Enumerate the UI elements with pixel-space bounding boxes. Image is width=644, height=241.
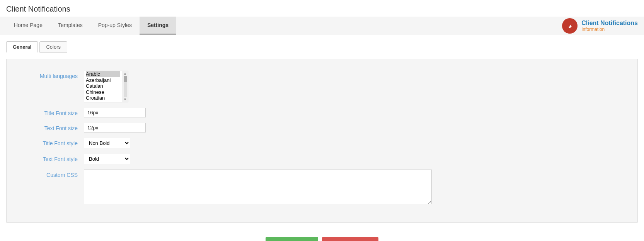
brand-sub: Information — [581, 27, 638, 32]
label-title-font-size: Title Font size — [22, 108, 84, 116]
brand-logo: 𝓈 — [562, 18, 578, 34]
form-control-text-size — [84, 123, 277, 132]
form-row-multi-lang: Multi languages ArabicAzerbaijaniCatalan… — [22, 71, 622, 102]
cancel-button[interactable]: Cancel Go Back — [322, 237, 378, 241]
form-row-custom-css: Custom CSS — [22, 170, 622, 205]
title-font-size-input[interactable] — [84, 108, 146, 117]
form-control-title-style: Non BoldBold — [84, 138, 277, 148]
content-area: GeneralColors Multi languages ArabicAzer… — [0, 35, 644, 229]
form-control-text-style: BoldNon Bold — [84, 154, 277, 164]
form-row-text-font-size: Text Font size — [22, 123, 622, 132]
form-row-text-font-style: Text Font style BoldNon Bold — [22, 154, 622, 164]
brand-logo-text: 𝓈 — [569, 22, 571, 30]
sub-tab-colors[interactable]: Colors — [39, 41, 67, 53]
form-row-title-font-size: Title Font size — [22, 108, 622, 117]
nav-tab-settings[interactable]: Settings — [140, 17, 176, 35]
label-text-font-style: Text Font style — [22, 154, 84, 162]
page-title: Client Notifications — [0, 0, 644, 17]
text-font-size-input[interactable] — [84, 123, 146, 132]
footer-buttons: Save Changes Cancel Go Back — [0, 229, 644, 241]
text-font-style-select[interactable]: BoldNon Bold — [84, 154, 130, 164]
nav-tab-home[interactable]: Home Page — [6, 17, 50, 35]
label-custom-css: Custom CSS — [22, 170, 84, 178]
top-nav: Home PageTemplatesPop-up StylesSettings … — [0, 17, 644, 35]
form-section: Multi languages ArabicAzerbaijaniCatalan… — [7, 67, 637, 215]
save-button[interactable]: Save Changes — [266, 237, 318, 241]
nav-tab-templates[interactable]: Templates — [50, 17, 90, 35]
brand-area: 𝓈 Client Notifications Information — [562, 18, 638, 34]
form-control-multi-lang: ArabicAzerbaijaniCatalanChineseCroatian … — [84, 71, 277, 102]
label-title-font-style: Title Font style — [22, 138, 84, 146]
nav-tab-popup[interactable]: Pop-up Styles — [90, 17, 140, 35]
brand-text: Client Notifications Information — [581, 20, 638, 32]
form-row-title-font-style: Title Font style Non BoldBold — [22, 138, 622, 148]
label-multi-languages: Multi languages — [22, 71, 84, 79]
sub-tabs: GeneralColors — [6, 41, 638, 53]
label-text-font-size: Text Font size — [22, 123, 84, 131]
multi-languages-select[interactable]: ArabicAzerbaijaniCatalanChineseCroatian — [84, 71, 122, 102]
settings-panel: Multi languages ArabicAzerbaijaniCatalan… — [6, 59, 638, 223]
form-control-custom-css — [84, 170, 277, 205]
brand-name: Client Notifications — [581, 20, 638, 27]
title-font-style-select[interactable]: Non BoldBold — [84, 138, 130, 148]
sub-tab-general[interactable]: General — [6, 41, 38, 53]
custom-css-textarea[interactable] — [84, 170, 432, 204]
form-control-title-size — [84, 108, 277, 117]
nav-tabs: Home PageTemplatesPop-up StylesSettings — [6, 17, 176, 35]
